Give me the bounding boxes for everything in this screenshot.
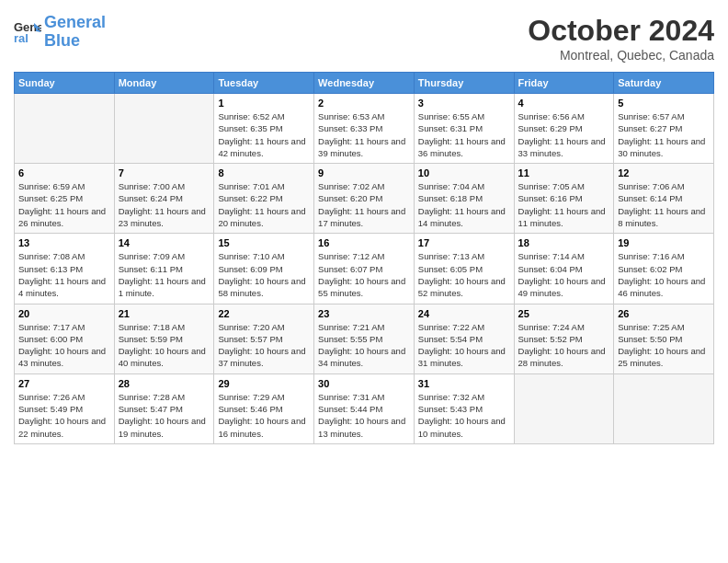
day-number: 23 [318, 308, 410, 319]
day-number: 15 [218, 237, 310, 248]
day-info: Sunrise: 7:14 AM Sunset: 6:04 PM Dayligh… [518, 250, 610, 299]
weekday-header-saturday: Saturday [614, 73, 714, 94]
calendar-cell: 16Sunrise: 7:12 AM Sunset: 6:07 PM Dayli… [314, 234, 415, 304]
day-number: 12 [618, 167, 710, 178]
calendar-cell: 29Sunrise: 7:29 AM Sunset: 5:46 PM Dayli… [214, 373, 314, 443]
calendar-cell: 10Sunrise: 7:04 AM Sunset: 6:18 PM Dayli… [414, 164, 514, 234]
day-number: 2 [318, 98, 410, 109]
day-number: 29 [218, 378, 310, 389]
day-number: 8 [218, 167, 310, 178]
day-info: Sunrise: 7:24 AM Sunset: 5:52 PM Dayligh… [518, 321, 610, 370]
title-block: October 2024 Montreal, Quebec, Canada [528, 14, 714, 63]
calendar-cell: 21Sunrise: 7:18 AM Sunset: 5:59 PM Dayli… [114, 304, 214, 373]
logo-line2: Blue [44, 31, 80, 50]
day-number: 17 [418, 237, 510, 248]
calendar-cell: 14Sunrise: 7:09 AM Sunset: 6:11 PM Dayli… [114, 234, 214, 304]
day-number: 28 [119, 378, 210, 389]
calendar-cell: 18Sunrise: 7:14 AM Sunset: 6:04 PM Dayli… [514, 234, 614, 304]
calendar-cell: 7Sunrise: 7:00 AM Sunset: 6:24 PM Daylig… [114, 164, 214, 234]
calendar-cell [514, 373, 614, 443]
day-info: Sunrise: 7:02 AM Sunset: 6:20 PM Dayligh… [318, 180, 410, 229]
calendar-cell: 6Sunrise: 6:59 AM Sunset: 6:25 PM Daylig… [15, 164, 115, 234]
day-number: 22 [218, 308, 310, 319]
day-info: Sunrise: 7:00 AM Sunset: 6:24 PM Dayligh… [119, 180, 210, 229]
day-info: Sunrise: 7:04 AM Sunset: 6:18 PM Dayligh… [418, 180, 510, 229]
day-info: Sunrise: 7:09 AM Sunset: 6:11 PM Dayligh… [119, 250, 210, 299]
weekday-header-wednesday: Wednesday [314, 73, 415, 94]
day-number: 19 [618, 237, 710, 248]
logo: Gene ral General Blue [14, 14, 106, 51]
weekday-header-tuesday: Tuesday [214, 73, 314, 94]
day-info: Sunrise: 7:16 AM Sunset: 6:02 PM Dayligh… [618, 250, 710, 299]
day-info: Sunrise: 6:55 AM Sunset: 6:31 PM Dayligh… [418, 110, 510, 159]
location: Montreal, Quebec, Canada [528, 48, 714, 63]
calendar-cell: 11Sunrise: 7:05 AM Sunset: 6:16 PM Dayli… [514, 164, 614, 234]
day-number: 18 [518, 237, 610, 248]
day-number: 9 [318, 167, 410, 178]
calendar-cell: 25Sunrise: 7:24 AM Sunset: 5:52 PM Dayli… [514, 304, 614, 373]
day-info: Sunrise: 6:59 AM Sunset: 6:25 PM Dayligh… [18, 180, 110, 229]
calendar-cell: 26Sunrise: 7:25 AM Sunset: 5:50 PM Dayli… [614, 304, 714, 373]
day-info: Sunrise: 7:22 AM Sunset: 5:54 PM Dayligh… [418, 321, 510, 370]
day-number: 25 [518, 308, 610, 319]
calendar-cell: 2Sunrise: 6:53 AM Sunset: 6:33 PM Daylig… [314, 94, 415, 164]
day-info: Sunrise: 7:01 AM Sunset: 6:22 PM Dayligh… [218, 180, 310, 229]
week-row-5: 27Sunrise: 7:26 AM Sunset: 5:49 PM Dayli… [15, 373, 714, 443]
logo-icon: Gene ral [14, 18, 41, 46]
day-info: Sunrise: 7:26 AM Sunset: 5:49 PM Dayligh… [18, 391, 110, 440]
calendar-cell: 20Sunrise: 7:17 AM Sunset: 6:00 PM Dayli… [15, 304, 115, 373]
calendar-cell: 19Sunrise: 7:16 AM Sunset: 6:02 PM Dayli… [614, 234, 714, 304]
logo-text: General Blue [44, 14, 106, 51]
week-row-1: 1Sunrise: 6:52 AM Sunset: 6:35 PM Daylig… [15, 94, 714, 164]
calendar-cell: 15Sunrise: 7:10 AM Sunset: 6:09 PM Dayli… [214, 234, 314, 304]
day-info: Sunrise: 6:56 AM Sunset: 6:29 PM Dayligh… [518, 110, 610, 159]
weekday-header-row: SundayMondayTuesdayWednesdayThursdayFrid… [15, 73, 714, 94]
day-number: 3 [418, 98, 510, 109]
day-info: Sunrise: 7:28 AM Sunset: 5:47 PM Dayligh… [119, 391, 210, 440]
week-row-3: 13Sunrise: 7:08 AM Sunset: 6:13 PM Dayli… [15, 234, 714, 304]
calendar-cell: 12Sunrise: 7:06 AM Sunset: 6:14 PM Dayli… [614, 164, 714, 234]
calendar-table: SundayMondayTuesdayWednesdayThursdayFrid… [14, 72, 714, 444]
day-number: 24 [418, 308, 510, 319]
day-info: Sunrise: 7:29 AM Sunset: 5:46 PM Dayligh… [218, 391, 310, 440]
day-info: Sunrise: 6:53 AM Sunset: 6:33 PM Dayligh… [318, 110, 410, 159]
calendar-cell: 23Sunrise: 7:21 AM Sunset: 5:55 PM Dayli… [314, 304, 415, 373]
page-header: Gene ral General Blue October 2024 Montr… [14, 14, 714, 63]
month-title: October 2024 [528, 14, 714, 48]
day-info: Sunrise: 7:20 AM Sunset: 5:57 PM Dayligh… [218, 321, 310, 370]
day-number: 27 [18, 378, 110, 389]
day-info: Sunrise: 7:08 AM Sunset: 6:13 PM Dayligh… [18, 250, 110, 299]
day-info: Sunrise: 7:05 AM Sunset: 6:16 PM Dayligh… [518, 180, 610, 229]
day-info: Sunrise: 7:31 AM Sunset: 5:44 PM Dayligh… [318, 391, 410, 440]
calendar-cell: 27Sunrise: 7:26 AM Sunset: 5:49 PM Dayli… [15, 373, 115, 443]
day-number: 7 [119, 167, 210, 178]
day-number: 5 [618, 98, 710, 109]
day-number: 13 [18, 237, 110, 248]
calendar-cell: 13Sunrise: 7:08 AM Sunset: 6:13 PM Dayli… [15, 234, 115, 304]
week-row-2: 6Sunrise: 6:59 AM Sunset: 6:25 PM Daylig… [15, 164, 714, 234]
calendar-cell: 9Sunrise: 7:02 AM Sunset: 6:20 PM Daylig… [314, 164, 415, 234]
day-info: Sunrise: 7:12 AM Sunset: 6:07 PM Dayligh… [318, 250, 410, 299]
calendar-cell: 24Sunrise: 7:22 AM Sunset: 5:54 PM Dayli… [414, 304, 514, 373]
day-number: 4 [518, 98, 610, 109]
day-number: 14 [119, 237, 210, 248]
calendar-cell: 8Sunrise: 7:01 AM Sunset: 6:22 PM Daylig… [214, 164, 314, 234]
day-number: 1 [218, 98, 310, 109]
day-number: 10 [418, 167, 510, 178]
day-info: Sunrise: 7:32 AM Sunset: 5:43 PM Dayligh… [418, 391, 510, 440]
day-number: 11 [518, 167, 610, 178]
calendar-cell: 30Sunrise: 7:31 AM Sunset: 5:44 PM Dayli… [314, 373, 415, 443]
logo-line1: General [44, 13, 106, 31]
day-number: 21 [119, 308, 210, 319]
day-info: Sunrise: 7:17 AM Sunset: 6:00 PM Dayligh… [18, 321, 110, 370]
calendar-cell [614, 373, 714, 443]
calendar-cell: 31Sunrise: 7:32 AM Sunset: 5:43 PM Dayli… [414, 373, 514, 443]
weekday-header-thursday: Thursday [414, 73, 514, 94]
day-number: 16 [318, 237, 410, 248]
calendar-cell: 22Sunrise: 7:20 AM Sunset: 5:57 PM Dayli… [214, 304, 314, 373]
day-number: 6 [18, 167, 110, 178]
calendar-cell: 1Sunrise: 6:52 AM Sunset: 6:35 PM Daylig… [214, 94, 314, 164]
svg-text:ral: ral [14, 31, 28, 45]
calendar-cell [15, 94, 115, 164]
calendar-cell: 17Sunrise: 7:13 AM Sunset: 6:05 PM Dayli… [414, 234, 514, 304]
